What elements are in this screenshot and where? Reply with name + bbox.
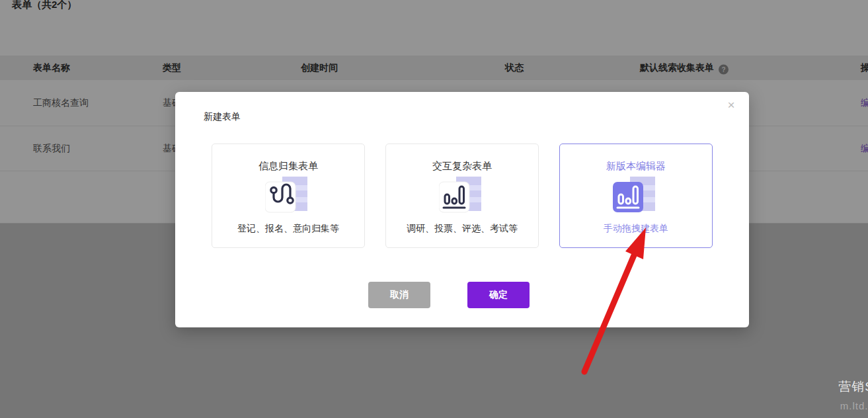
bar-chart-icon (439, 177, 485, 220)
dialog-title: 新建表单 (204, 111, 241, 123)
card-subtitle: 登记、报名、意向归集等 (237, 223, 339, 235)
card-new-version-editor[interactable]: 新版本编辑器 手动拖拽建表单 (559, 144, 713, 248)
card-info-collection-form[interactable]: 信息归集表单 登记、报名、意向归集等 (212, 144, 365, 248)
dialog-buttons: 取消 确定 (175, 282, 749, 308)
card-subtitle: 调研、投票、评选、考试等 (407, 223, 518, 235)
form-type-options: 信息归集表单 登记、报名、意向归集等 交互复杂表单 (212, 144, 713, 248)
cancel-button[interactable]: 取消 (368, 282, 430, 308)
close-icon[interactable]: × (722, 96, 740, 114)
card-title: 新版本编辑器 (606, 160, 666, 173)
confirm-button[interactable]: 确定 (467, 282, 530, 308)
route-path-icon (265, 177, 311, 220)
card-subtitle: 手动拖拽建表单 (604, 223, 668, 235)
card-title: 信息归集表单 (258, 160, 318, 173)
new-form-dialog: 新建表单 × 信息归集表单 登记、报名、意向归集等 (175, 92, 749, 327)
card-title: 交互复杂表单 (432, 160, 492, 173)
card-interactive-complex-form[interactable]: 交互复杂表单 调研、投票、评选、考试等 (385, 144, 539, 248)
bar-chart-filled-icon (613, 177, 659, 220)
